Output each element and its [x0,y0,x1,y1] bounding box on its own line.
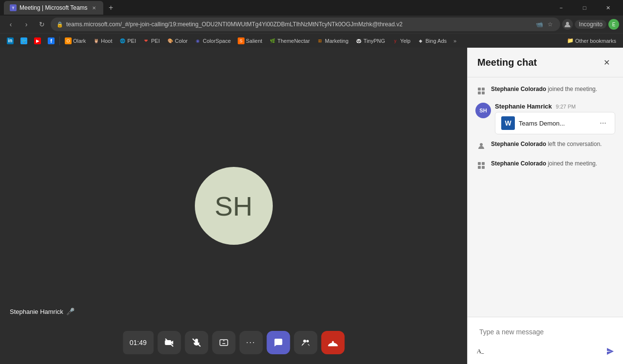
bookmark-facebook[interactable]: f [45,36,57,45]
system-message-1-text: Stephanie Colorado joined the meeting. [491,85,597,93]
other-bookmarks-button[interactable]: 📁 Other bookmarks [564,36,619,45]
bookmark-bingads-label: Bing Ads [426,38,447,44]
bookmark-hoot[interactable]: 🦉 Hoot [90,36,115,45]
star-icon[interactable]: ☆ [546,20,554,29]
system-message-3: Stephanie Colorado joined the meeting. [475,158,615,173]
folder-icon: 📁 [567,37,574,44]
browser-chrome: T Meeting | Microsoft Teams ✕ + − □ ✕ ‹ … [0,0,623,48]
system-icon-3 [475,160,487,171]
svg-point-14 [480,143,483,146]
message-attachment-1[interactable]: W Teams Demon... ··· [495,112,615,134]
bookmark-colorspace[interactable]: ◉ ColorSpace [191,36,233,45]
tab-close-button[interactable]: ✕ [91,4,97,11]
bookmark-pei2[interactable]: ❤ PEI [140,36,163,45]
youtube-icon: ▶ [34,37,41,44]
message-header-1: Stephanie Hamrick 9:27 PM [495,103,615,110]
more-options-button[interactable]: ··· [239,331,263,354]
chat-input-toolbar: A _ [473,343,617,360]
system-message-2: Stephanie Colorado left the conversation… [475,138,615,154]
new-tab-button[interactable]: + [105,2,117,14]
svg-point-9 [306,340,309,343]
bookmark-colorspace-label: ColorSpace [203,38,230,44]
svg-rect-16 [482,162,485,165]
bookmark-themenectar-label: ThemeNectar [277,38,310,44]
svg-rect-15 [478,162,481,165]
tab-label: Meeting | Microsoft Teams [19,4,88,11]
system-msg-3-name: Stephanie Colorado [491,160,546,167]
camera-toggle-button[interactable] [157,331,181,354]
bookmark-color[interactable]: 🎨 Color [164,36,190,45]
participant-name-text: Stephanie Hamrick [10,308,63,315]
extension-button[interactable]: E [608,19,619,30]
chat-input-area: A _ [468,317,623,364]
other-bookmarks-label: Other bookmarks [575,38,616,44]
tab-strip: T Meeting | Microsoft Teams ✕ + [4,1,550,15]
bookmarks-bar: in 🐦 ▶ f O Olark 🦉 Hoot 🌐 PEI ❤ PEI 🎨 [0,33,623,48]
avatar-initials: SH [215,190,253,222]
bookmark-pei1[interactable]: 🌐 PEI [116,36,139,45]
svg-rect-18 [482,166,485,169]
url-bar[interactable]: 🔒 teams.microsoft.com/_#/pre-join-callin… [51,18,560,31]
close-chat-button[interactable]: ✕ [600,55,613,69]
participants-button[interactable] [294,331,317,354]
format-icon: A [477,347,481,355]
bookmark-separator [59,36,60,45]
main-area: SH Stephanie Hamrick 🎤 01:49 [0,48,623,364]
profile-label: Incognito [579,21,603,28]
bookmark-linkedin[interactable]: in [4,36,17,45]
address-bar-icons: 📹 ☆ [535,20,554,29]
reload-button[interactable]: ↻ [35,18,49,31]
chat-button[interactable] [266,331,290,354]
bookmark-salient-label: Salient [246,38,263,44]
svg-point-8 [303,340,306,343]
profile-button[interactable]: Incognito [575,20,606,29]
message-time-1: 9:27 PM [556,104,576,109]
maximize-button[interactable]: □ [573,0,596,16]
bookmark-tinypng[interactable]: 🐼 TinyPNG [352,36,388,45]
chat-messages: Stephanie Colorado joined the meeting. S… [468,77,623,317]
svg-rect-12 [478,91,481,94]
active-tab[interactable]: T Meeting | Microsoft Teams ✕ [4,1,103,15]
twitter-icon: 🐦 [20,37,27,44]
forward-button[interactable]: › [19,18,33,31]
bookmark-twitter[interactable]: 🐦 [18,36,30,45]
format-text-button[interactable]: A _ [473,345,487,358]
more-options-icon: ··· [246,338,255,347]
bookmark-salient[interactable]: S Salient [235,36,265,45]
bookmark-themenectar[interactable]: 🌿 ThemeNectar [266,36,313,45]
bookmarks-more-button[interactable]: » [451,37,459,45]
profile-icon[interactable] [562,19,573,30]
share-screen-button[interactable] [212,331,235,354]
colorspace-icon: ◉ [194,37,201,44]
bookmark-yelp[interactable]: y Yelp [389,36,414,45]
bookmark-youtube[interactable]: ▶ [31,36,44,45]
minimize-button[interactable]: − [550,0,572,16]
end-call-button[interactable] [321,331,344,354]
bookmark-olark[interactable]: O Olark [62,36,89,45]
svg-rect-17 [478,166,481,169]
chat-title: Meeting chat [477,57,537,68]
message-avatar-1: SH [475,103,491,118]
system-icon-1 [475,85,487,97]
bookmark-pei2-label: PEI [151,38,160,44]
call-timer: 01:49 [123,331,153,354]
attachment-more-button[interactable]: ··· [597,117,609,129]
facebook-icon: f [48,37,55,44]
olark-icon: O [65,37,72,44]
bookmark-yelp-label: Yelp [400,38,411,44]
send-message-button[interactable] [604,345,617,358]
system-msg-1-name: Stephanie Colorado [491,86,546,92]
yelp-icon: y [392,37,399,44]
close-button[interactable]: ✕ [597,0,619,16]
msg-avatar-initials-1: SH [479,108,487,113]
bookmark-marketing[interactable]: ⊞ Marketing [314,36,351,45]
themenectar-icon: 🌿 [269,37,276,44]
chat-message-1: SH Stephanie Hamrick 9:27 PM W Teams Dem… [475,103,615,134]
call-controls: 01:49 [123,331,344,354]
camera-permission-icon: 📹 [535,20,544,29]
bookmark-bingads[interactable]: ◆ Bing Ads [415,36,450,45]
chat-input-field[interactable] [473,321,617,343]
back-button[interactable]: ‹ [4,18,18,31]
bingads-icon: ◆ [417,37,424,44]
mic-toggle-button[interactable] [185,331,208,354]
